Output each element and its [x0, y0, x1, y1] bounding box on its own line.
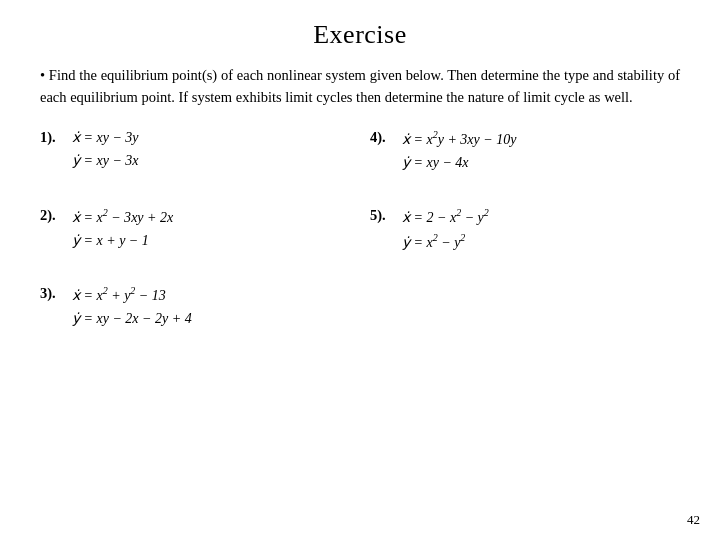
problem-2: 2). ẋ = x2 − 3xy + 2x ẏ = x + y − 1	[40, 205, 350, 265]
problem-4-eq1: ẋ = x2y + 3xy − 10y	[402, 127, 516, 150]
intro-text: • Find the equilibrium point(s) of each …	[40, 64, 680, 109]
page: Exercise • Find the equilibrium point(s)…	[0, 0, 720, 540]
problem-1-number: 1).	[40, 127, 72, 146]
problem-5-equations: ẋ = 2 − x2 − y2 ẏ = x2 − y2	[402, 205, 489, 252]
problem-3: 3). ẋ = x2 + y2 − 13 ẏ = xy − 2x − 2y + …	[40, 283, 350, 343]
problem-1-eq2: ẏ = xy − 3x	[72, 150, 139, 171]
problem-3-equations: ẋ = x2 + y2 − 13 ẏ = xy − 2x − 2y + 4	[72, 283, 192, 329]
problem-5-eq1: ẋ = 2 − x2 − y2	[402, 205, 489, 228]
problem-2-equations: ẋ = x2 − 3xy + 2x ẏ = x + y − 1	[72, 205, 173, 251]
problems-grid: 1). ẋ = xy − 3y ẏ = xy − 3x 4). ẋ = x2y …	[40, 127, 680, 361]
problem-2-number: 2).	[40, 205, 72, 224]
problem-5-number: 5).	[370, 205, 402, 224]
problem-5: 5). ẋ = 2 − x2 − y2 ẏ = x2 − y2	[370, 205, 680, 265]
problem-3-eq2: ẏ = xy − 2x − 2y + 4	[72, 308, 192, 329]
problem-4-eq2: ẏ = xy − 4x	[402, 152, 516, 173]
problem-1: 1). ẋ = xy − 3y ẏ = xy − 3x	[40, 127, 350, 187]
problem-2-eq1: ẋ = x2 − 3xy + 2x	[72, 205, 173, 228]
problem-3-number: 3).	[40, 283, 72, 302]
problem-4-number: 4).	[370, 127, 402, 146]
problem-1-eq1: ẋ = xy − 3y	[72, 127, 139, 148]
problem-5-eq2: ẏ = x2 − y2	[402, 230, 489, 253]
problem-3-eq1: ẋ = x2 + y2 − 13	[72, 283, 192, 306]
page-title: Exercise	[40, 20, 680, 50]
page-number: 42	[687, 512, 700, 528]
problem-1-equations: ẋ = xy − 3y ẏ = xy − 3x	[72, 127, 139, 171]
problem-2-eq2: ẏ = x + y − 1	[72, 230, 173, 251]
problem-4: 4). ẋ = x2y + 3xy − 10y ẏ = xy − 4x	[370, 127, 680, 187]
problem-4-equations: ẋ = x2y + 3xy − 10y ẏ = xy − 4x	[402, 127, 516, 173]
